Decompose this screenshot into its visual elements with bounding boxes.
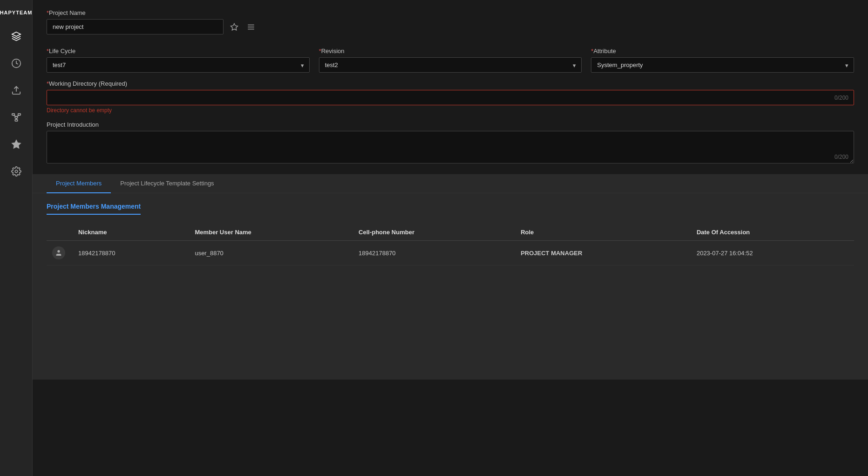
revision-group: *Revision test2 test1 test3 (319, 48, 582, 73)
sidebar-item-upload[interactable] (10, 84, 23, 97)
svg-point-16 (57, 250, 60, 252)
cell-nickname: 18942178870 (73, 241, 189, 265)
members-section-title: Project Members Management (47, 203, 141, 215)
tab-lifecycle[interactable]: Project Lifecycle Template Settings (111, 174, 223, 193)
intro-counter: 0/200 (834, 154, 848, 160)
cell-date: 2023-07-27 16:04:52 (691, 241, 854, 265)
main-content: *Project Name *Life Cycle (33, 0, 868, 476)
svg-rect-6 (15, 120, 18, 122)
working-dir-input[interactable] (47, 90, 854, 105)
col-nickname: Nickname (73, 224, 189, 241)
menu-button[interactable] (245, 21, 257, 33)
svg-marker-10 (12, 140, 20, 148)
table-header-row: Nickname Member User Name Cell-phone Num… (47, 224, 854, 241)
svg-line-8 (16, 116, 19, 117)
table-row: 18942178870 user_8870 18942178870 PROJEC… (47, 241, 854, 265)
cell-phone: 18942178870 (353, 241, 515, 265)
revision-select-wrapper: test2 test1 test3 (319, 57, 582, 73)
working-dir-counter: 0/200 (834, 95, 848, 101)
svg-rect-4 (15, 116, 18, 118)
app-logo: HAPYTEAM (0, 9, 32, 16)
lifecycle-group: *Life Cycle test7 test1 test2 test3 (47, 48, 310, 73)
revision-label: *Revision (319, 48, 582, 54)
tabs-bar: Project Members Project Lifecycle Templa… (33, 174, 868, 193)
sidebar-item-network[interactable] (10, 111, 23, 124)
svg-rect-5 (18, 114, 20, 116)
sidebar: HAPYTEAM (0, 0, 33, 476)
sidebar-item-layers[interactable] (10, 30, 23, 43)
attribute-label: *Attribute (591, 48, 854, 54)
favorite-button[interactable] (228, 21, 240, 33)
working-dir-label: *Working Directory (Required) (47, 80, 854, 87)
col-role: Role (515, 224, 691, 241)
svg-rect-3 (12, 114, 14, 116)
col-date: Date Of Accession (691, 224, 854, 241)
intro-label: Project Introduction (47, 121, 854, 128)
col-username: Member User Name (189, 224, 353, 241)
tab-content-members: Project Members Management Nickname Memb… (33, 193, 868, 380)
lifecycle-select-wrapper: test7 test1 test2 test3 (47, 57, 310, 73)
cell-avatar (47, 241, 73, 265)
project-name-input[interactable] (47, 19, 224, 34)
col-avatar (47, 224, 73, 241)
svg-marker-0 (12, 32, 20, 36)
col-phone: Cell-phone Number (353, 224, 515, 241)
lifecycle-select[interactable]: test7 test1 test2 test3 (47, 57, 310, 73)
attribute-select-wrapper: System_property Option1 Option2 (591, 57, 854, 73)
svg-marker-12 (231, 23, 238, 30)
project-name-label: *Project Name (47, 9, 854, 16)
attribute-select[interactable]: System_property Option1 Option2 (591, 57, 854, 73)
sidebar-item-star[interactable] (10, 138, 23, 151)
sidebar-item-settings[interactable] (10, 165, 23, 178)
cell-username: user_8870 (189, 241, 353, 265)
working-dir-wrapper: 0/200 (47, 90, 854, 105)
svg-point-11 (15, 170, 18, 173)
user-avatar-icon (52, 246, 65, 259)
intro-wrapper: 0/200 (47, 131, 854, 165)
svg-line-7 (13, 116, 16, 117)
working-dir-error: Directory cannot be empty (47, 107, 854, 114)
attribute-group: *Attribute System_property Option1 Optio… (591, 48, 854, 73)
cell-role: PROJECT MANAGER (515, 241, 691, 265)
revision-select[interactable]: test2 test1 test3 (319, 57, 582, 73)
sidebar-item-clock[interactable] (10, 57, 23, 70)
tab-members[interactable]: Project Members (47, 174, 111, 193)
intro-textarea[interactable] (47, 131, 854, 163)
lifecycle-label: *Life Cycle (47, 48, 310, 54)
members-table: Nickname Member User Name Cell-phone Num… (47, 224, 854, 265)
